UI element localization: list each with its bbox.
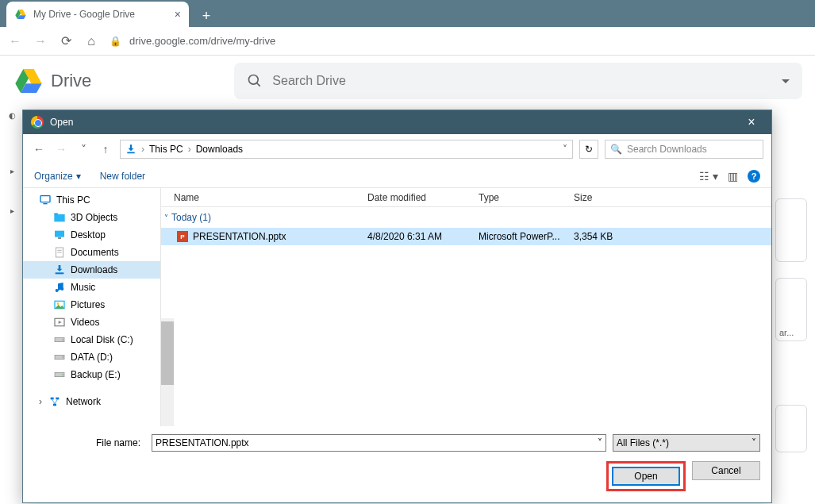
col-size[interactable]: Size [574,192,637,203]
tree-item-network[interactable]: ›Network [23,393,160,410]
scrollbar[interactable] [161,318,174,426]
nav-recent-icon[interactable]: ˅ [75,143,91,156]
search-icon [247,73,263,89]
drive-icon [53,368,66,381]
refresh-button[interactable]: ↻ [579,140,598,159]
col-date[interactable]: Date modified [367,192,479,203]
drive-logo-icon [13,65,44,97]
svg-rect-14 [58,237,61,238]
column-headers[interactable]: Name Date modified Type Size [161,188,771,207]
browser-tab[interactable]: My Drive - Google Drive × [6,2,189,27]
drive-logo[interactable]: Drive [13,65,91,97]
monitor-icon [39,194,52,206]
drive-content-peek: ar... [775,198,807,468]
peek-card [775,405,807,452]
search-icon: 🔍 [610,144,622,155]
search-options-icon[interactable] [782,79,790,83]
filename-input[interactable]: PRESENTATION.pptx ˅ [152,434,606,452]
drive-search-input[interactable] [272,74,772,88]
dialog-nav: ← → ˅ ↑ › This PC › Downloads ˅ ↻ 🔍 Sear… [23,134,771,164]
svg-marker-12 [54,214,58,214]
file-row[interactable]: PRESENTATION.pptx 4/8/2020 6:31 AM Micro… [161,228,771,245]
tab-bar: My Drive - Google Drive × + [0,0,815,27]
svg-rect-11 [54,214,64,221]
tree-item-backup-e-[interactable]: Backup (E:) [23,366,160,383]
col-type[interactable]: Type [479,192,574,203]
group-header[interactable]: ˅ Today (1) [161,207,771,228]
breadcrumb-folder[interactable]: Downloads [196,144,243,155]
nav-up-icon[interactable]: ↑ [98,143,113,156]
file-list[interactable]: Name Date modified Type Size ˅ Today (1)… [161,188,771,426]
drive-favicon-icon [14,8,27,21]
tab-close-icon[interactable]: × [175,8,181,21]
peek-card: ar... [775,278,807,341]
svg-line-35 [52,399,55,403]
home-icon[interactable]: ⌂ [84,34,98,48]
new-folder-button[interactable]: New folder [100,171,145,182]
lock-icon: 🔒 [110,36,121,47]
drive-icon [53,351,66,364]
scrollbar-thumb[interactable] [161,321,174,385]
breadcrumb-root[interactable]: This PC [149,144,183,155]
col-name[interactable]: Name [161,192,367,203]
reload-icon[interactable]: ⟳ [59,34,73,48]
chrome-icon [31,116,44,129]
tree-item-3d-objects[interactable]: 3D Objects [23,209,160,226]
new-tab-button[interactable]: + [195,5,217,27]
close-icon[interactable]: × [740,115,763,129]
tree-item-videos[interactable]: Videos [23,314,160,331]
browser-nav: ← → ⟳ ⌂ 🔒 drive.google.com/drive/my-driv… [0,27,815,56]
peek-card [775,198,807,262]
svg-rect-33 [56,398,59,400]
dialog-search[interactable]: 🔍 Search Downloads [605,140,763,159]
cancel-button[interactable]: Cancel [692,461,760,480]
drive-sidebar-peek: ◐ ▸ ▸ [0,103,24,222]
svg-point-6 [249,75,259,85]
tree-item-desktop[interactable]: Desktop [23,226,160,244]
folder-tree[interactable]: This PC3D ObjectsDesktopDocumentsDownloa… [23,188,161,426]
chevron-right-icon: › [141,144,144,155]
chevron-down-icon[interactable]: ˅ [598,437,602,448]
peek-item: ▸ [0,198,24,222]
tree-item-data-d-[interactable]: DATA (D:) [23,348,160,366]
drive-header: Drive [0,56,815,106]
tree-item-pictures[interactable]: Pictures [23,296,160,314]
file-size: 3,354 KB [574,231,637,242]
back-icon[interactable]: ← [8,34,22,48]
tab-title: My Drive - Google Drive [33,9,135,20]
tree-item-music[interactable]: Music [23,279,160,296]
network-icon [48,395,61,408]
drive-search[interactable] [234,63,802,99]
svg-rect-34 [53,404,56,406]
dialog-footer: File name: PRESENTATION.pptx ˅ All Files… [23,426,771,502]
dialog-body: This PC3D ObjectsDesktopDocumentsDownloa… [23,188,771,426]
address-bar[interactable]: 🔒 drive.google.com/drive/my-drive [110,35,807,47]
filetype-select[interactable]: All Files (*.*) ˅ [613,434,760,452]
tree-item-this-pc[interactable]: This PC [23,191,160,209]
preview-pane-icon[interactable]: ▥ [728,170,738,183]
breadcrumb[interactable]: › This PC › Downloads ˅ [120,140,573,159]
svg-rect-10 [43,203,47,204]
tree-item-downloads[interactable]: Downloads [23,261,160,279]
pictures-icon [53,298,66,311]
svg-rect-8 [127,152,134,154]
nav-forward-icon[interactable]: → [53,143,69,156]
help-icon[interactable]: ? [748,170,760,183]
svg-point-22 [57,302,60,305]
view-options-icon[interactable]: ☷ ▾ [699,170,718,183]
dialog-toolbar: Organize ▾ New folder ☷ ▾ ▥ ? [23,164,771,188]
forward-icon[interactable]: → [33,34,48,48]
tree-item-documents[interactable]: Documents [23,244,160,261]
drive-brand: Drive [51,71,91,91]
desktop-icon [53,229,66,241]
svg-line-7 [257,83,260,87]
chevron-down-icon[interactable]: ˅ [563,144,567,155]
tree-item-local-disk-c-[interactable]: Local Disk (C:) [23,331,160,348]
organize-button[interactable]: Organize ▾ [34,171,81,182]
dialog-titlebar[interactable]: Open × [23,110,771,134]
open-button[interactable]: Open [612,467,680,486]
svg-point-31 [62,374,63,375]
docs-icon [53,246,66,259]
peek-item: ◐ [0,103,24,127]
nav-back-icon[interactable]: ← [31,143,47,156]
